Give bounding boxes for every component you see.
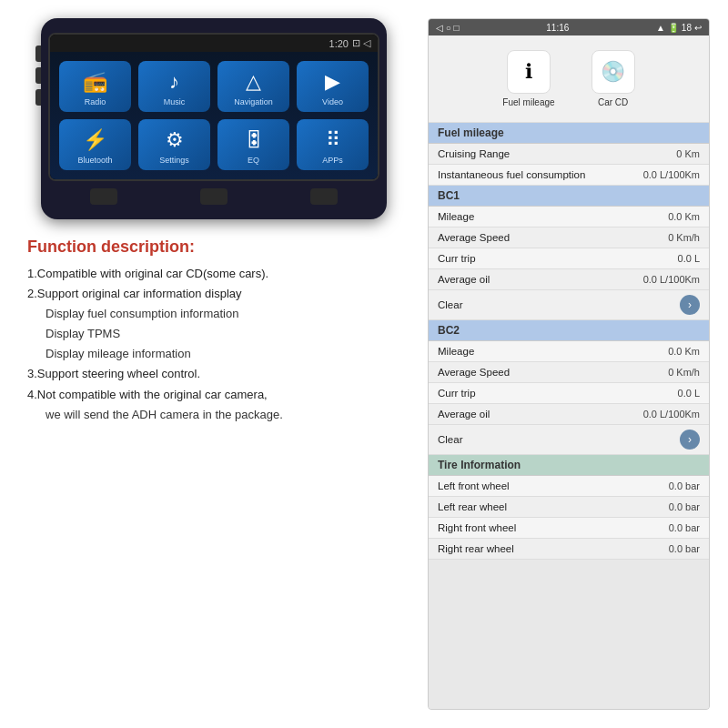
row-label: Average oil (438, 274, 490, 285)
row-label: Left rear wheel (438, 501, 507, 512)
app-tile-apps[interactable]: ⠿APPs (297, 119, 369, 170)
function-description: Function description: 1.Compatible with … (18, 238, 410, 425)
data-panel: Fuel mileageCruising Range0 KmInstantane… (429, 123, 709, 709)
mount-tab-center (200, 188, 228, 205)
function-item-2: Display fuel consumption information (27, 304, 400, 324)
section-header-bc2: BC2 (429, 320, 709, 341)
row-value: 0.0 L/100Km (643, 274, 700, 285)
row-label: Curr trip (438, 253, 476, 264)
mount-tab-right (310, 188, 338, 205)
data-row-cruising-range: Cruising Range0 Km (429, 144, 709, 165)
app-tile-video[interactable]: ▶Video (297, 61, 369, 112)
row-value: 0.0 bar (669, 480, 700, 491)
android-time: 11:16 (546, 23, 569, 33)
data-row-curr-trip: Curr trip0.0 L (429, 248, 709, 269)
app-tile-bluetooth[interactable]: ⚡Bluetooth (59, 119, 131, 170)
section-header-bc1: BC1 (429, 186, 709, 207)
app-icon: 🎛 (244, 128, 264, 152)
app-icon: ▶ (325, 70, 340, 94)
app-tile-radio[interactable]: 📻Radio (59, 61, 131, 112)
row-label: Right rear wheel (438, 543, 514, 554)
row-label: Cruising Range (438, 148, 510, 159)
clear-label: Clear (438, 299, 462, 310)
function-item-0: 1.Compatible with original car CD(some c… (27, 264, 400, 284)
function-item-5: 3.Support steering wheel control. (27, 364, 400, 384)
app-label: Music (164, 97, 186, 106)
row-label: Curr trip (438, 388, 476, 399)
data-row-left-front-wheel: Left front wheel0.0 bar (429, 476, 709, 497)
section-header-tire: Tire Information (429, 455, 709, 476)
row-value: 0.0 Km (668, 211, 700, 222)
row-label: Mileage (438, 346, 474, 357)
app-tile-navigation[interactable]: △Navigation (217, 61, 289, 112)
function-item-3: Display TPMS (27, 324, 400, 344)
android-status-bar: ◁ ○ □ 11:16 ▲ 🔋 18 ↩ (429, 19, 709, 35)
back-icon: ↩ (694, 23, 702, 33)
app-tile-settings[interactable]: ⚙Settings (138, 119, 210, 170)
row-value: 0.0 bar (669, 501, 700, 512)
data-row-mileage: Mileage0.0 Km (429, 207, 709, 228)
row-label: Right front wheel (438, 522, 516, 533)
data-row-curr-trip: Curr trip0.0 L (429, 383, 709, 404)
clear-row[interactable]: Clear› (429, 290, 709, 320)
data-row-right-front-wheel: Right front wheel0.0 bar (429, 518, 709, 539)
car-unit-bottom (48, 181, 379, 208)
row-value: 0.0 bar (669, 543, 700, 554)
function-item-6: 4.Not compatible with the original car c… (27, 385, 400, 405)
android-left-icons: ◁ ○ □ (436, 23, 460, 33)
android-top-icons: ℹFuel mileage💿Car CD (429, 35, 709, 123)
app-label: Navigation (234, 97, 273, 106)
app-icon: ♪ (169, 70, 179, 94)
wifi-icon: ▲ (656, 23, 665, 33)
row-value: 0 Km/h (668, 367, 700, 378)
app-tile-music[interactable]: ♪Music (138, 61, 210, 112)
side-btn-3[interactable] (35, 89, 41, 106)
row-label: Average oil (438, 409, 490, 420)
right-panel: ◁ ○ □ 11:16 ▲ 🔋 18 ↩ ℹFuel mileage💿Car C… (428, 18, 710, 710)
app-icon: ⚙ (166, 128, 184, 152)
data-row-mileage: Mileage0.0 Km (429, 341, 709, 362)
status-icons: ▲ 🔋 18 ↩ (656, 23, 702, 33)
data-row-left-rear-wheel: Left rear wheel0.0 bar (429, 497, 709, 518)
app-icon: ⠿ (326, 128, 340, 152)
chevron-icon[interactable]: › (680, 295, 700, 315)
app-icon-box: 💿 (592, 50, 635, 94)
android-app-car-cd[interactable]: 💿Car CD (592, 50, 635, 107)
app-label: Radio (85, 97, 106, 106)
row-value: 0 Km/h (668, 232, 700, 243)
data-row-instantaneous-fuel-consumption: Instantaneous fuel consumption0.0 L/100K… (429, 165, 709, 186)
clear-row[interactable]: Clear› (429, 425, 709, 455)
mount-tab-left (90, 188, 117, 205)
row-value: 0.0 L/100Km (643, 409, 700, 420)
left-panel: 1:20 ⊡ ◁ 📻Radio♪Music△Navigation▶Video⚡B… (18, 18, 410, 710)
app-label: Settings (159, 156, 189, 165)
data-row-average-speed: Average Speed0 Km/h (429, 362, 709, 383)
screen-time: 1:20 (329, 38, 349, 49)
row-value: 0.0 L (678, 388, 700, 399)
row-label: Average Speed (438, 232, 510, 243)
section-header-fuel-mileage: Fuel mileage (429, 123, 709, 144)
battery-level: 18 (682, 23, 692, 33)
row-label: Instantaneous fuel consumption (438, 169, 585, 180)
data-row-right-rear-wheel: Right rear wheel0.0 bar (429, 539, 709, 560)
app-icon-label: Fuel mileage (502, 97, 554, 107)
screen-top-bar: 1:20 ⊡ ◁ (50, 35, 378, 52)
row-label: Left front wheel (438, 480, 510, 491)
row-value: 0.0 bar (669, 522, 700, 533)
side-btn-2[interactable] (35, 67, 41, 84)
row-value: 0 Km (676, 148, 700, 159)
app-tile-eq[interactable]: 🎛EQ (217, 119, 289, 170)
chevron-icon[interactable]: › (680, 430, 700, 450)
data-row-average-oil: Average oil0.0 L/100Km (429, 269, 709, 290)
function-item-1: 2.Support original car information displ… (27, 284, 400, 304)
android-app-fuel-mileage[interactable]: ℹFuel mileage (502, 50, 554, 107)
row-value: 0.0 L/100Km (643, 169, 700, 180)
car-unit: 1:20 ⊡ ◁ 📻Radio♪Music△Navigation▶Video⚡B… (41, 18, 387, 219)
side-btn-1[interactable] (35, 46, 41, 62)
clear-label: Clear (438, 434, 462, 445)
row-label: Mileage (438, 211, 474, 222)
row-label: Average Speed (438, 367, 510, 378)
car-screen: 1:20 ⊡ ◁ 📻Radio♪Music△Navigation▶Video⚡B… (48, 33, 379, 181)
data-row-average-speed: Average Speed0 Km/h (429, 228, 709, 248)
function-item-7: we will send the ADH camera in the packa… (27, 405, 400, 425)
